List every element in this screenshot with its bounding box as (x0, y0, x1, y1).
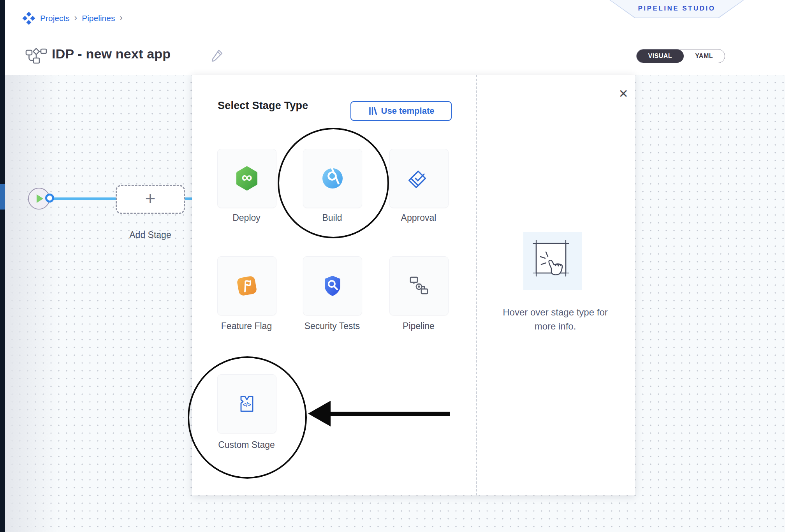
toggle-yaml[interactable]: YAML (683, 49, 725, 63)
stage-card-pipeline[interactable] (389, 256, 449, 315)
pipeline-graph-icon (25, 47, 47, 66)
stage-label-security-tests: Security Tests (303, 320, 361, 332)
pipeline-studio-app: Projects › Pipelines › PIPELINE STUDIO I… (0, 0, 785, 532)
svg-text:∞: ∞ (241, 169, 252, 185)
breadcrumb-pipelines[interactable]: Pipelines (82, 14, 115, 23)
left-nav-rail (0, 0, 5, 532)
feature-flag-icon (234, 273, 259, 298)
pipeline-studio-badge-label: PIPELINE STUDIO (638, 5, 716, 12)
left-nav-rail-accent (0, 184, 5, 210)
view-mode-toggle: VISUAL YAML (636, 49, 725, 63)
add-stage-node[interactable]: + (116, 185, 185, 214)
stage-card-deploy[interactable]: ∞ (217, 149, 276, 208)
edit-pencil-icon[interactable] (211, 49, 224, 64)
modal-title: Select Stage Type (218, 100, 308, 112)
modal-divider (476, 75, 477, 495)
stage-card-build[interactable] (303, 149, 362, 208)
breadcrumb: Projects › Pipelines › (22, 0, 123, 36)
stage-label-custom: Custom Stage (217, 439, 276, 451)
pipeline-edge (50, 197, 116, 200)
pipeline-stage-icon (407, 273, 431, 298)
stage-card-approval[interactable] (389, 149, 449, 208)
use-template-label: Use template (381, 106, 435, 116)
close-icon[interactable]: ✕ (615, 85, 632, 102)
approval-icon (407, 166, 431, 191)
plus-icon: + (145, 190, 156, 206)
security-tests-icon (320, 273, 345, 298)
stage-label-deploy: Deploy (217, 212, 276, 224)
custom-stage-icon: </> (234, 391, 259, 416)
pipeline-studio-badge: PIPELINE STUDIO (609, 0, 744, 18)
toggle-visual[interactable]: VISUAL (636, 49, 684, 63)
select-stage-type-modal: Select Stage Type Use template ✕ ∞ (192, 75, 635, 495)
build-icon (320, 166, 345, 191)
hover-info-illustration (523, 232, 582, 290)
breadcrumb-separator: › (74, 13, 77, 23)
stage-card-security-tests[interactable] (303, 256, 362, 315)
play-icon (37, 194, 43, 203)
stage-card-feature-flag[interactable] (217, 256, 276, 315)
stage-card-custom[interactable]: </> (217, 374, 276, 433)
page-title: IDP - new next app (52, 46, 171, 62)
stage-label-feature-flag: Feature Flag (217, 320, 276, 332)
top-bar: Projects › Pipelines › PIPELINE STUDIO (5, 0, 785, 37)
svg-text:</>: </> (243, 401, 251, 408)
add-stage-label: Add Stage (116, 230, 185, 240)
edge-connector-dot (45, 194, 54, 203)
breadcrumb-separator: › (120, 13, 122, 23)
deploy-icon: ∞ (234, 166, 259, 191)
hover-info-hint: Hover over stage type for more info. (491, 305, 620, 333)
title-bar: IDP - new next app VISUAL YAML (5, 36, 785, 75)
use-template-button[interactable]: Use template (350, 101, 452, 121)
breadcrumb-projects[interactable]: Projects (40, 14, 70, 23)
stage-label-pipeline: Pipeline (389, 320, 448, 332)
stage-label-approval: Approval (389, 212, 448, 224)
stage-label-build: Build (303, 212, 361, 224)
template-library-icon (368, 106, 377, 116)
canvas-left-fade (5, 75, 60, 532)
projects-logo-icon (22, 12, 35, 25)
